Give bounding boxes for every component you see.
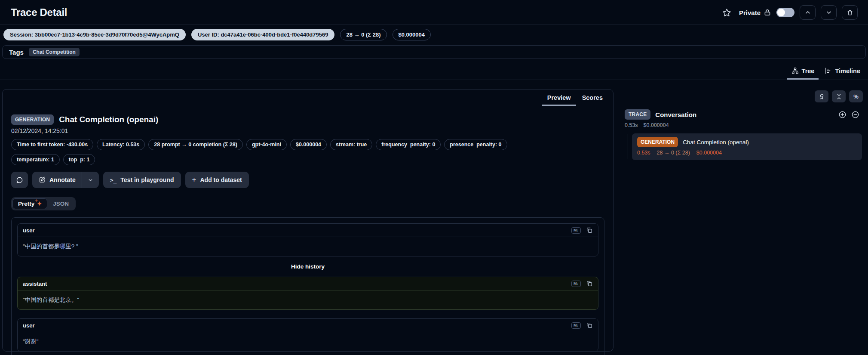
- trace-node[interactable]: TRACE Conversation: [625, 109, 863, 120]
- observation-meta-badges: Time to first token: -430.00s Latency: 0…: [11, 139, 518, 165]
- trace-tree-panel: % TRACE Conversation 0.53s $0.000004 GEN…: [619, 89, 868, 355]
- message-user-1: user M↓ "中国的首都是哪里? ": [17, 223, 598, 256]
- annotate-dropdown-button[interactable]: [82, 172, 99, 188]
- generation-node-selected[interactable]: GENERATION Chat Completion (openai) 0.53…: [632, 133, 862, 160]
- tab-tree-label: Tree: [802, 68, 815, 74]
- format-toggle: Pretty ✧✦ JSON: [11, 197, 76, 210]
- observation-actions: Annotate >_ Test in playground + Add to …: [11, 172, 604, 188]
- trace-id-row: Session: 3bb00ec7-1b13-4c9b-85ee-3d9d70f…: [0, 25, 868, 44]
- generation-tokens: 28 → 0 (Σ 28): [657, 150, 690, 156]
- page-title: Trace Detail: [11, 6, 67, 19]
- percent-icon: %: [853, 93, 859, 100]
- trace-type-badge: TRACE: [625, 109, 650, 120]
- tab-preview[interactable]: Preview: [542, 92, 576, 106]
- meta-badge-presence-penalty: presence_penalty: 0: [444, 139, 507, 150]
- star-icon[interactable]: [722, 8, 731, 17]
- message-role: user: [23, 227, 34, 234]
- cost-badge: $0.000004: [393, 29, 431, 40]
- message-role: assistant: [23, 281, 47, 287]
- page-header: Trace Detail Private: [0, 0, 868, 25]
- generation-node-title: Chat Completion (openai): [683, 139, 749, 145]
- tab-timeline[interactable]: Timeline: [820, 65, 865, 80]
- observation-title: Chat Completion (openai): [59, 115, 158, 124]
- view-tabs: Tree Timeline: [0, 65, 868, 80]
- scores-toggle-button[interactable]: [815, 90, 828, 102]
- meta-badge-cost: $0.000004: [290, 139, 327, 150]
- session-badge[interactable]: Session: 3bb00ec7-1b13-4c9b-85ee-3d9d70f…: [3, 29, 186, 40]
- message-role: user: [23, 322, 34, 329]
- meta-badge-ttft: Time to first token: -430.00s: [11, 139, 93, 150]
- add-to-dataset-button[interactable]: + Add to dataset: [185, 172, 249, 188]
- hide-history-button[interactable]: Hide history: [17, 263, 598, 270]
- trace-latency: 0.53s: [625, 122, 638, 128]
- markdown-toggle-icon[interactable]: M↓: [571, 281, 581, 287]
- public-private-toggle[interactable]: [776, 8, 794, 17]
- metrics-toggle-button[interactable]: %: [849, 90, 863, 102]
- annotate-label: Annotate: [49, 176, 76, 183]
- expand-all-icon[interactable]: [838, 111, 847, 119]
- tree-controls: %: [625, 90, 863, 102]
- tags-label: Tags: [9, 49, 24, 56]
- message-content: "中国的首都是哪里? ": [18, 237, 598, 256]
- copy-icon[interactable]: [586, 227, 593, 234]
- tag-chip[interactable]: Chat Competition: [29, 48, 80, 56]
- user-id-badge[interactable]: User ID: dc47a41e-06bc-400d-bde1-f0e440d…: [191, 29, 335, 40]
- format-pretty-option[interactable]: Pretty ✧✦: [12, 198, 47, 209]
- trace-metrics: 0.53s $0.000004: [625, 122, 863, 128]
- privacy-label: Private: [739, 9, 761, 16]
- prev-trace-button[interactable]: [800, 5, 816, 20]
- annotate-icon: [39, 176, 46, 183]
- trace-cost: $0.000004: [644, 122, 669, 128]
- copy-icon[interactable]: [586, 280, 593, 287]
- lock-icon: [764, 9, 771, 16]
- markdown-toggle-icon[interactable]: M↓: [571, 227, 581, 234]
- tree-icon: [791, 67, 799, 74]
- meta-badge-top-p: top_p: 1: [63, 154, 95, 165]
- generation-latency: 0.53s: [637, 150, 650, 156]
- comment-button[interactable]: [11, 172, 28, 188]
- collapse-icon: [836, 93, 842, 100]
- token-usage-badge: 28 → 0 (Σ 28): [340, 29, 386, 40]
- playground-button[interactable]: >_ Test in playground: [103, 172, 181, 188]
- format-json-option[interactable]: JSON: [47, 198, 74, 209]
- annotate-split-button: Annotate: [32, 172, 99, 188]
- generation-node-badge: GENERATION: [637, 137, 678, 147]
- copy-icon[interactable]: [586, 322, 593, 329]
- privacy-status: Private: [739, 9, 771, 16]
- meta-badge-tokens: 28 prompt → 0 completion (Σ 28): [148, 139, 243, 150]
- trace-name: Conversation: [655, 111, 696, 118]
- message-user-2: user M↓ "谢谢": [17, 318, 598, 352]
- messages-container: user M↓ "中国的首都是哪里? " Hide history assist…: [11, 217, 604, 355]
- meta-badge-model[interactable]: gpt-4o-mini: [246, 139, 287, 150]
- tab-tree[interactable]: Tree: [787, 65, 819, 80]
- sparkles-icon: ✧✦: [37, 201, 42, 207]
- generation-node-metrics: 0.53s 28 → 0 (Σ 28) $0.000004: [637, 150, 857, 156]
- panel-tabs: Preview Scores: [3, 90, 613, 106]
- plus-icon: +: [192, 176, 196, 184]
- message-assistant: assistant M↓ "中国的首都是北京。": [17, 277, 598, 310]
- tab-scores[interactable]: Scores: [577, 92, 608, 106]
- collapse-all-button[interactable]: [832, 90, 846, 102]
- playground-label: Test in playground: [120, 176, 174, 183]
- next-trace-button[interactable]: [821, 5, 837, 20]
- award-icon: [819, 93, 825, 100]
- timeline-icon: [825, 67, 832, 74]
- meta-badge-frequency-penalty: frequency_penalty: 0: [376, 139, 441, 150]
- toggle-knob: [777, 9, 785, 16]
- tab-timeline-label: Timeline: [835, 68, 860, 74]
- tags-box: Tags Chat Competition: [2, 45, 866, 59]
- add-to-dataset-label: Add to dataset: [200, 176, 242, 183]
- comment-icon: [16, 176, 23, 184]
- observation-timestamp: 02/12/2024, 14:25:01: [11, 127, 604, 134]
- message-content: "谢谢": [18, 332, 598, 351]
- delete-trace-button[interactable]: [842, 5, 858, 20]
- annotate-button[interactable]: Annotate: [32, 172, 82, 188]
- meta-badge-latency: Latency: 0.53s: [97, 139, 145, 150]
- terminal-icon: >_: [110, 177, 117, 183]
- markdown-toggle-icon[interactable]: M↓: [571, 322, 581, 329]
- collapse-node-icon[interactable]: [851, 111, 859, 119]
- tree-indent-guide: [628, 134, 628, 159]
- generation-type-badge: GENERATION: [11, 114, 54, 125]
- observation-panel: Preview Scores GENERATION Chat Completio…: [2, 89, 613, 352]
- pretty-label: Pretty: [18, 201, 34, 207]
